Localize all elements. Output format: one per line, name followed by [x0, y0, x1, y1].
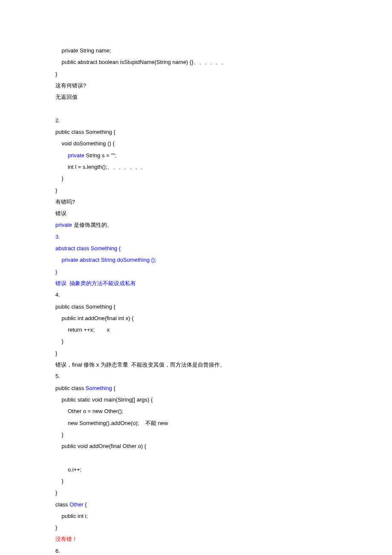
text-segment: return ++x; x [68, 327, 110, 333]
code-line: public int addOne(final int x) { [55, 312, 337, 324]
text-segment: 错误，final 修饰 x 为静态常量 不能改变其值，而方法体是自曾操作。 [55, 361, 225, 368]
code-line: int l = s.length();、、、、、、、 [55, 161, 337, 173]
code-line: void doSomething () { [55, 138, 337, 149]
code-line: 错误 抽象类的方法不能设成私有 [55, 278, 337, 289]
code-line: 这有何错误? [55, 80, 337, 91]
code-line: 3. [55, 231, 337, 243]
code-line: class Other { [55, 499, 337, 510]
code-line: public abstract boolean isStupidName(Str… [55, 56, 337, 68]
text-segment: { [84, 501, 87, 508]
text-segment: 5. [55, 373, 60, 379]
text-segment: void doSomething () { [61, 140, 114, 147]
text-segment: 3. [55, 234, 60, 240]
text-segment: 4. [55, 292, 60, 298]
text-segment: } [61, 175, 63, 182]
code-line: 有错吗? [55, 196, 337, 208]
code-line: public void addOne(final Other o) { [55, 440, 337, 452]
code-line: o.i++; [55, 464, 337, 475]
text-segment: } [55, 187, 57, 194]
text-segment: int l = s.length();、、、、、、、 [68, 164, 146, 170]
text-segment: 无返回值 [55, 94, 78, 100]
text-segment: } [61, 338, 63, 344]
text-segment: abstract class Something { [55, 245, 121, 251]
text-segment: { [112, 385, 115, 391]
text-segment: Something [86, 385, 112, 391]
code-line [55, 103, 337, 114]
text-segment: public void addOne(final Other o) { [61, 443, 146, 449]
text-segment: 6. [55, 548, 60, 554]
document-page: private String name; public abstract boo… [0, 0, 392, 555]
text-segment: 错误 [55, 210, 66, 217]
text-segment: 是修饰属性的。 [74, 222, 112, 228]
code-line: } [55, 429, 337, 440]
code-line: private String s = ""; [55, 150, 337, 161]
code-line: } [55, 335, 337, 347]
text-segment: 2. [55, 117, 60, 124]
code-line: } [55, 475, 337, 487]
text-segment: public static void main(String[] args) { [61, 396, 153, 403]
text-segment: class [55, 501, 69, 508]
text-segment: Other o = new Other(); [68, 408, 123, 414]
code-line: 4. [55, 289, 337, 301]
code-line: public static void main(String[] args) { [55, 394, 337, 405]
code-line: 错误 [55, 208, 337, 219]
code-line: } [55, 487, 337, 498]
text-segment: } [55, 269, 57, 275]
text-segment: public abstract boolean isStupidName(Str… [61, 59, 226, 65]
text-segment: } [55, 350, 57, 356]
code-line: } [55, 68, 337, 80]
code-line: public class Something { [55, 382, 337, 394]
code-line: private abstract String doSomething (); [55, 254, 337, 266]
code-line [55, 452, 337, 463]
code-line: public class Something { [55, 126, 337, 138]
text-segment: public int i; [61, 513, 87, 519]
code-line: 6. [55, 545, 337, 555]
code-line: } [55, 347, 337, 359]
text-segment [55, 454, 57, 461]
text-segment: new Something().addOne(o); 不能 new [68, 420, 168, 426]
text-segment: o.i++; [68, 466, 82, 473]
code-line: } [55, 173, 337, 184]
code-line: public int i; [55, 510, 337, 522]
text-segment: 有错吗? [55, 199, 75, 205]
code-line: 没有错！ [55, 533, 337, 545]
code-line: } [55, 185, 337, 196]
text-segment: public class [55, 385, 86, 391]
code-line: new Something().addOne(o); 不能 new [55, 417, 337, 429]
code-line: public class Something { [55, 301, 337, 312]
text-segment: public class Something { [55, 304, 115, 310]
text-segment: 这有何错误? [55, 82, 86, 89]
text-segment: public int addOne(final int x) { [61, 315, 133, 321]
text-segment: } [55, 524, 57, 531]
code-line: 无返回值 [55, 91, 337, 103]
code-line: } [55, 522, 337, 533]
code-line: private String name; [55, 45, 337, 56]
text-segment: private abstract String doSomething (); [61, 257, 156, 263]
text-segment: } [61, 478, 63, 484]
text-segment: public class Something { [55, 129, 115, 135]
text-segment: } [55, 489, 57, 496]
text-segment: Other [69, 501, 84, 508]
text-segment: private [55, 222, 74, 228]
text-segment: } [55, 71, 57, 77]
code-line: 5. [55, 370, 337, 382]
text-segment: private [68, 152, 84, 159]
text-segment [55, 105, 57, 112]
code-line: private 是修饰属性的。 [55, 219, 337, 231]
text-segment: 错误 抽象类的方法不能设成私有 [55, 280, 136, 286]
code-line: Other o = new Other(); [55, 405, 337, 417]
code-line: 错误，final 修饰 x 为静态常量 不能改变其值，而方法体是自曾操作。 [55, 359, 337, 370]
text-segment: } [61, 431, 63, 438]
code-line: 2. [55, 115, 337, 126]
code-line: } [55, 266, 337, 278]
text-segment: 没有错！ [55, 536, 78, 542]
text-segment: private String name; [61, 47, 111, 54]
code-line: abstract class Something { [55, 243, 337, 254]
code-line: return ++x; x [55, 324, 337, 335]
text-segment: String s = ""; [84, 152, 116, 159]
document-content: private String name; public abstract boo… [55, 45, 337, 555]
